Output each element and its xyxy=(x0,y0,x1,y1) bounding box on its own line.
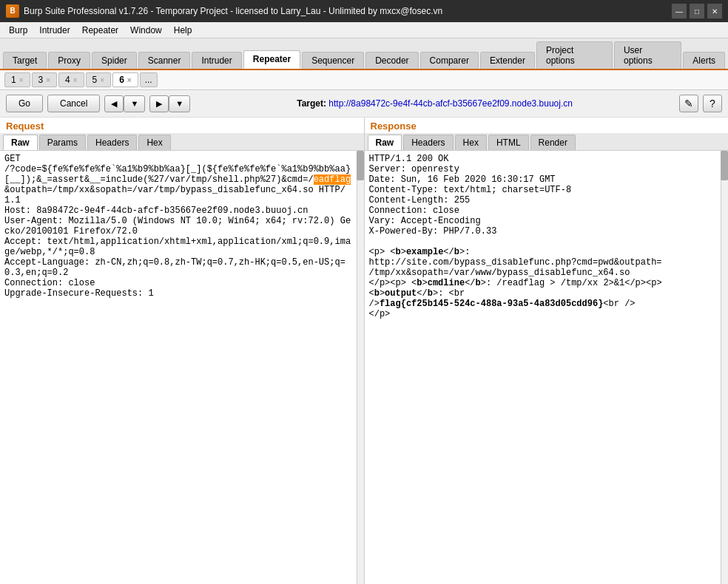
response-scrollbar-thumb xyxy=(721,151,728,180)
main-content: Request Raw Params Headers Hex GET /?cod… xyxy=(0,118,728,584)
close-tab-4-icon[interactable]: × xyxy=(73,76,78,84)
restore-button[interactable]: □ xyxy=(690,4,704,18)
request-scrollbar-thumb xyxy=(357,151,364,180)
request-tab-headers[interactable]: Headers xyxy=(87,135,137,150)
tab-proxy[interactable]: Proxy xyxy=(48,52,90,69)
help-button[interactable]: ? xyxy=(703,95,722,112)
tab-spider[interactable]: Spider xyxy=(92,52,137,69)
response-body: <p> <b>example</b>: http://site.com/bypa… xyxy=(369,247,662,319)
window-title: Burp Suite Professional v1.7.26 - Tempor… xyxy=(24,6,672,16)
target-url: http://8a98472c-9e4f-44cb-afcf-b35667ee2… xyxy=(328,98,573,109)
request-tabs: Raw Params Headers Hex xyxy=(0,133,364,151)
go-button[interactable]: Go xyxy=(6,95,43,112)
menu-burp[interactable]: Burp xyxy=(3,24,33,37)
response-content[interactable]: HTTP/1.1 200 OK Server: openresty Date: … xyxy=(365,151,729,584)
title-bar: B Burp Suite Professional v1.7.26 - Temp… xyxy=(0,0,728,22)
sub-tabs: 1 × 3 × 4 × 5 × 6 × ... xyxy=(0,70,728,90)
close-button[interactable]: ✕ xyxy=(707,4,722,18)
forward-button[interactable]: ▶ xyxy=(149,95,169,112)
cancel-button[interactable]: Cancel xyxy=(47,95,100,112)
menu-intruder[interactable]: Intruder xyxy=(33,24,75,37)
response-tab-render[interactable]: Render xyxy=(530,135,576,150)
response-tab-html[interactable]: HTML xyxy=(488,135,529,150)
back-button[interactable]: ◀ xyxy=(104,95,124,112)
close-tab-3-icon[interactable]: × xyxy=(46,76,50,84)
sub-tab-1[interactable]: 1 × xyxy=(4,72,30,87)
toolbar: Go Cancel ◀ ▼ ▶ ▼ Target: http://8a98472… xyxy=(0,90,728,118)
tab-project-options[interactable]: Project options xyxy=(536,41,613,69)
back-dropdown-button[interactable]: ▼ xyxy=(124,95,145,112)
request-panel: Request Raw Params Headers Hex GET /?cod… xyxy=(0,118,365,584)
request-content[interactable]: GET /?code=${fe%fe%fe%fe`%a1%b9%bb%aa}[_… xyxy=(0,151,364,584)
sub-tab-3[interactable]: 3 × xyxy=(32,72,58,87)
highlight-eadflag: eadflag xyxy=(314,174,351,185)
request-tab-raw[interactable]: Raw xyxy=(3,135,38,150)
menu-repeater[interactable]: Repeater xyxy=(76,24,124,37)
main-tabs: Target Proxy Spider Scanner Intruder Rep… xyxy=(0,38,728,70)
close-tab-6-icon[interactable]: × xyxy=(127,76,132,84)
response-status: HTTP/1.1 200 OK Server: openresty Date: … xyxy=(369,154,572,237)
minimize-button[interactable]: — xyxy=(672,4,687,18)
sub-tab-4[interactable]: 4 × xyxy=(58,72,84,87)
response-tab-headers[interactable]: Headers xyxy=(403,135,453,150)
tab-target[interactable]: Target xyxy=(3,52,47,69)
sub-tab-more[interactable]: ... xyxy=(140,72,158,87)
menu-window[interactable]: Window xyxy=(124,24,168,37)
edit-target-button[interactable]: ✎ xyxy=(679,95,698,112)
menu-bar: Burp Intruder Repeater Window Help xyxy=(0,22,728,38)
sub-tab-6[interactable]: 6 × xyxy=(112,72,138,87)
close-tab-5-icon[interactable]: × xyxy=(100,76,104,84)
sub-tab-5[interactable]: 5 × xyxy=(86,72,112,87)
tab-repeater[interactable]: Repeater xyxy=(243,50,300,69)
response-tab-raw[interactable]: Raw xyxy=(368,135,402,150)
request-tab-params[interactable]: Params xyxy=(39,135,86,150)
response-tabs: Raw Headers Hex HTML Render xyxy=(365,133,729,151)
tab-sequencer[interactable]: Sequencer xyxy=(302,52,364,69)
target-label: Target: http://8a98472c-9e4f-44cb-afcf-b… xyxy=(195,98,675,109)
tab-user-options[interactable]: User options xyxy=(614,41,681,69)
response-tab-hex[interactable]: Hex xyxy=(455,135,487,150)
response-title: Response xyxy=(365,118,729,133)
response-text: HTTP/1.1 200 OK Server: openresty Date: … xyxy=(365,151,721,584)
tab-comparer[interactable]: Comparer xyxy=(420,52,479,69)
request-tab-hex[interactable]: Hex xyxy=(138,135,170,150)
close-tab-1-icon[interactable]: × xyxy=(19,76,24,84)
request-text: GET /?code=${fe%fe%fe%fe`%a1%b9%bb%aa}[_… xyxy=(0,151,357,584)
window-controls: — □ ✕ xyxy=(672,4,722,18)
tab-alerts[interactable]: Alerts xyxy=(683,52,725,69)
forward-dropdown-button[interactable]: ▼ xyxy=(169,95,190,112)
response-panel: Response Raw Headers Hex HTML Render HTT… xyxy=(365,118,729,584)
tab-extender[interactable]: Extender xyxy=(480,52,535,69)
tab-intruder[interactable]: Intruder xyxy=(192,52,241,69)
request-scrollbar[interactable] xyxy=(357,151,364,584)
app-icon: B xyxy=(6,4,19,18)
menu-help[interactable]: Help xyxy=(168,24,198,37)
panels-row: Request Raw Params Headers Hex GET /?cod… xyxy=(0,118,728,584)
response-scrollbar[interactable] xyxy=(721,151,728,584)
tab-scanner[interactable]: Scanner xyxy=(138,52,191,69)
tab-decoder[interactable]: Decoder xyxy=(365,52,418,69)
request-title: Request xyxy=(0,118,364,133)
